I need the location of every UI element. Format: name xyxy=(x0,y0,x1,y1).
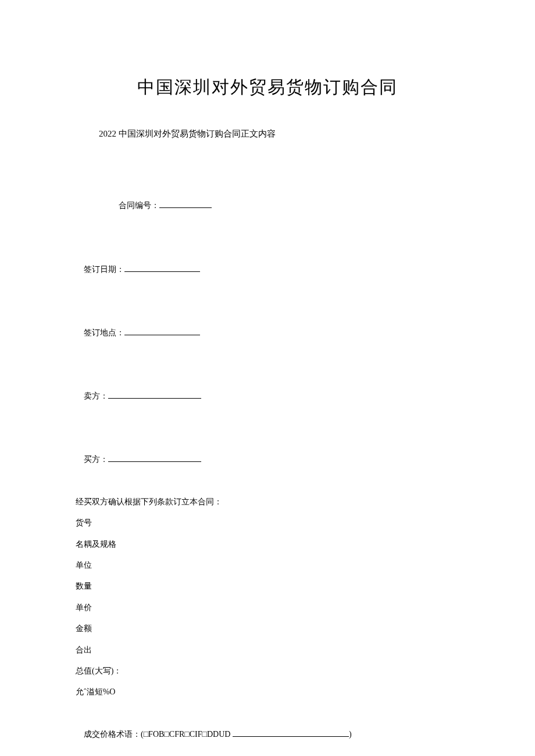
sign-date-label: 签订日期： xyxy=(84,265,124,274)
quantity-label: 数量 xyxy=(76,576,459,597)
buyer-blank xyxy=(108,454,201,462)
contract-number-label: 合同编号： xyxy=(119,201,159,210)
document-title: 中国深圳对外贸易货物订购合同 xyxy=(76,76,459,99)
contract-body: 合同编号： 签订日期： 签订地点： 卖方： 买方： 经买双方确认根据下列条款订立… xyxy=(76,174,459,756)
sign-place-blank xyxy=(124,327,200,335)
seller-blank xyxy=(108,390,201,399)
contract-number-line: 合同编号： xyxy=(110,174,459,238)
price-terms-line: 成交价格术语：(□FOB□CFR□CIF□DDUD ) xyxy=(76,703,459,756)
sign-place-label: 签订地点： xyxy=(84,328,124,337)
price-terms-blank xyxy=(233,729,349,737)
tolerance-label: 允ˆ溢短%O xyxy=(76,682,459,703)
sign-date-blank xyxy=(124,264,200,272)
buyer-label: 买方： xyxy=(84,455,108,464)
total-out-label: 合出 xyxy=(76,640,459,661)
item-number-label: 货号 xyxy=(76,513,459,533)
contract-number-blank xyxy=(159,200,212,208)
name-spec-label: 名耦及规格 xyxy=(76,534,459,555)
confirm-text: 经买双方确认根据下列条款订立本合同： xyxy=(76,492,459,513)
sign-place-line: 签订地点： xyxy=(76,301,459,364)
seller-label: 卖方： xyxy=(84,392,108,400)
seller-line: 卖方： xyxy=(76,365,459,428)
total-value-label: 总值(大写)： xyxy=(76,661,459,682)
sign-date-line: 签订日期： xyxy=(76,238,459,301)
document-subtitle: 2022 中国深圳对外贸易货物订购合同正文内容 xyxy=(99,128,459,139)
buyer-line: 买方： xyxy=(76,428,459,492)
unit-price-label: 单价 xyxy=(76,597,459,618)
unit-label: 单位 xyxy=(76,555,459,576)
price-terms-end: ) xyxy=(349,730,352,739)
amount-label: 金额 xyxy=(76,618,459,639)
price-terms-label: 成交价格术语：(□FOB□CFR□CIF□DDUD xyxy=(84,730,233,739)
